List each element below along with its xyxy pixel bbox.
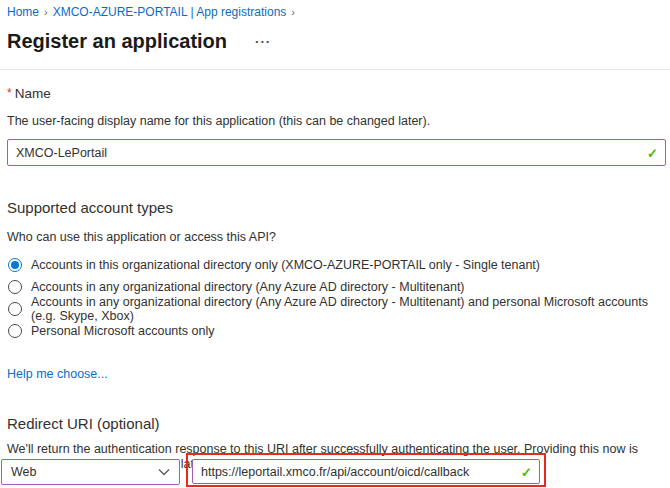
radio-unselected-icon [8, 302, 22, 316]
platform-select[interactable]: Web [1, 459, 180, 485]
radio-selected-icon [8, 258, 22, 272]
page-header: Register an application ··· [7, 30, 666, 53]
radio-unselected-icon [8, 280, 22, 294]
more-options-icon[interactable]: ··· [255, 37, 271, 47]
radio-personal-only[interactable]: Personal Microsoft accounts only [7, 320, 666, 342]
header-divider [0, 69, 670, 70]
breadcrumb-separator-icon: › [44, 6, 48, 18]
radio-label: Accounts in any organizational directory… [31, 295, 666, 323]
radio-multitenant-personal[interactable]: Accounts in any organizational directory… [7, 298, 666, 320]
platform-select-value: Web [11, 465, 36, 479]
page-title: Register an application [7, 30, 227, 53]
breadcrumb-separator-icon: › [291, 6, 295, 18]
name-field-label: *Name [7, 86, 666, 101]
radio-label: Personal Microsoft accounts only [31, 324, 214, 338]
breadcrumb-app-registrations-link[interactable]: XMCO-AZURE-PORTAIL | App registrations [53, 5, 287, 19]
breadcrumb: Home›XMCO-AZURE-PORTAIL | App registrati… [7, 5, 666, 20]
supported-account-types-heading: Supported account types [7, 199, 666, 216]
breadcrumb-home-link[interactable]: Home [7, 5, 39, 19]
account-types-radio-group: Accounts in this organizational director… [7, 254, 666, 342]
name-input-container: ✓ [7, 139, 666, 166]
redirect-uri-row: Web ✓ [0, 452, 670, 488]
redirect-uri-heading: Redirect URI (optional) [7, 415, 666, 432]
radio-label: Accounts in this organizational director… [31, 258, 540, 272]
redirect-uri-input-container: ✓ [192, 459, 540, 484]
register-application-page: Home›XMCO-AZURE-PORTAIL | App registrati… [0, 0, 670, 471]
help-me-choose-link[interactable]: Help me choose... [7, 367, 108, 381]
chevron-down-icon [158, 468, 170, 476]
redirect-uri-input[interactable] [192, 459, 540, 484]
radio-label: Accounts in any organizational directory… [31, 280, 465, 294]
radio-single-tenant[interactable]: Accounts in this organizational director… [7, 254, 666, 276]
radio-unselected-icon [8, 324, 22, 338]
name-input[interactable] [7, 139, 666, 166]
account-types-question: Who can use this application or access t… [7, 230, 666, 244]
name-field-description: The user-facing display name for this ap… [7, 114, 666, 128]
required-marker: * [7, 86, 12, 100]
